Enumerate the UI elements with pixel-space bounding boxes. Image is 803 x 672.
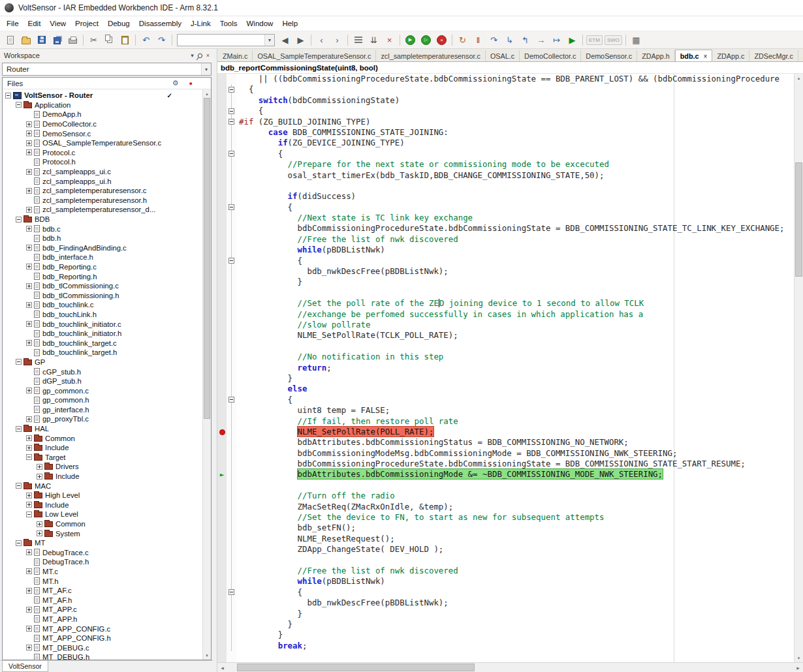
tree-item-mt-app-config-c[interactable]: MT_APP_CONFIG.c: [3, 624, 202, 634]
code-editor[interactable]: || ((bdbCommissioningProcedureState.bdbC…: [217, 74, 794, 662]
scroll-up-icon[interactable]: ▲: [795, 74, 803, 82]
menu-help[interactable]: Help: [277, 18, 302, 29]
pin-icon[interactable]: [197, 52, 203, 59]
tree-item-bdb-touchlink-c[interactable]: bdb_touchlink.c: [3, 300, 202, 310]
menu-tools[interactable]: Tools: [215, 18, 242, 29]
expand-icon[interactable]: [26, 264, 32, 269]
code-line[interactable]: ZMacSetReq(ZMacRxOnIdle, &temp);: [217, 502, 794, 512]
breakpoint-margin[interactable]: [217, 566, 227, 576]
breakpoint-margin[interactable]: [217, 373, 227, 384]
breakpoint-margin[interactable]: [217, 320, 227, 330]
breakpoint-margin[interactable]: [217, 662, 227, 662]
breakpoint-margin[interactable]: [217, 84, 227, 95]
expand-icon[interactable]: [26, 588, 32, 594]
code-line[interactable]: bdbCommissioningModeMsg.bdbCommissioning…: [217, 448, 794, 459]
etm-trace-button[interactable]: ETM: [586, 35, 603, 45]
tree-item-osal-sampletemperaturesensor-c[interactable]: OSAL_SampleTemperatureSensor.c: [3, 138, 202, 148]
code-line[interactable]: NLME_SetPollRate(POLL_RATE);: [217, 427, 794, 437]
run-to-cursor-button[interactable]: ↦: [549, 33, 564, 47]
scrollbar-thumb[interactable]: [237, 664, 475, 671]
code-line[interactable]: NLME_ResetRequest();: [217, 534, 794, 544]
scrollbar-track[interactable]: [203, 98, 211, 651]
breakpoint-margin[interactable]: [217, 213, 227, 223]
tree-item-high-level[interactable]: High Level: [3, 491, 202, 500]
collapse-icon[interactable]: [16, 483, 22, 489]
breakpoint-margin[interactable]: [217, 619, 227, 630]
save-all-button[interactable]: [50, 33, 65, 47]
code-line[interactable]: while(pBDBListNwk): [217, 245, 794, 255]
tree-item-dgp-stub-h[interactable]: dGP_stub.h: [3, 376, 202, 386]
code-line[interactable]: {: [217, 256, 794, 266]
scroll-up-icon[interactable]: ▲: [203, 89, 211, 98]
menu-project[interactable]: Project: [71, 18, 103, 29]
breakpoint-margin[interactable]: [217, 341, 227, 352]
code-line[interactable]: {: [217, 202, 794, 213]
reset-button[interactable]: ↻: [455, 33, 470, 47]
code-line[interactable]: {: [217, 149, 794, 159]
code-line[interactable]: {: [217, 106, 794, 116]
breakpoint-margin[interactable]: [217, 298, 227, 309]
expand-icon[interactable]: [37, 530, 42, 536]
breakpoint-margin[interactable]: [217, 609, 227, 619]
expand-icon[interactable]: [26, 416, 32, 422]
collapse-icon[interactable]: [5, 93, 11, 99]
code-line[interactable]: uint8 temp = FALSE;: [217, 405, 794, 416]
code-line[interactable]: ► bdbAttributes.bdbCommissioningMode &= …: [217, 469, 794, 480]
code-line[interactable]: [217, 651, 794, 662]
menu-window[interactable]: Window: [242, 18, 278, 29]
breakpoint-margin[interactable]: [217, 95, 227, 106]
menu-edit[interactable]: Edit: [24, 18, 46, 29]
tab-democollector-c[interactable]: DemoCollector.c: [520, 50, 581, 61]
tree-item-mt-af-c[interactable]: MT_AF.c: [3, 586, 202, 596]
breakpoint-margin[interactable]: [217, 576, 227, 587]
tree-item-bdb-touchlink-initiator-h[interactable]: bdb_touchlink_initiator.h: [3, 329, 202, 339]
expand-icon[interactable]: [26, 493, 32, 498]
tree-item-demosensor-c[interactable]: DemoSensor.c: [3, 129, 202, 138]
fold-collapse-icon[interactable]: [228, 108, 234, 114]
expand-icon[interactable]: [26, 340, 32, 346]
tree-item-system[interactable]: System: [3, 528, 202, 538]
breakpoint-margin[interactable]: [217, 245, 227, 255]
tree-item-bdb-touchlink-initiator-c[interactable]: bdb_touchlink_initiator.c: [3, 319, 202, 329]
breakpoint-margin[interactable]: [217, 149, 227, 159]
breakpoint-margin[interactable]: [217, 363, 227, 373]
breakpoint-margin[interactable]: [217, 512, 227, 523]
scroll-down-icon[interactable]: ▼: [203, 651, 211, 660]
expand-icon[interactable]: [26, 435, 32, 441]
fold-collapse-icon[interactable]: [228, 204, 234, 210]
expand-icon[interactable]: [26, 121, 32, 127]
code-line[interactable]: else: [217, 384, 794, 394]
fold-collapse-icon[interactable]: [228, 397, 234, 403]
scroll-down-icon[interactable]: ▼: [795, 654, 803, 662]
tree-item-mt-debug-h[interactable]: MT_DEBUG.h: [3, 652, 202, 660]
tree-item-low-level[interactable]: Low Level: [3, 510, 202, 519]
code-line[interactable]: || ((bdbCommissioningProcedureState.bdbC…: [217, 74, 794, 84]
copy-button[interactable]: [102, 33, 117, 47]
code-line[interactable]: case BDB_COMMISSIONING_STATE_TC_LINK_KEY…: [217, 662, 794, 662]
tree-item-demoapp-h[interactable]: DemoApp.h: [3, 110, 202, 119]
tree-item-mac[interactable]: MAC: [3, 481, 202, 491]
scrollbar-thumb[interactable]: [795, 162, 802, 277]
find-next-button[interactable]: ▶: [293, 33, 308, 47]
tab-zglobals-c[interactable]: ZGlobals.c: [798, 50, 803, 61]
breakpoint-margin[interactable]: [217, 170, 227, 181]
navigate-forward-button[interactable]: ›: [330, 33, 345, 47]
tree-item-zcl-sampletemperaturesensor-h[interactable]: zcl_sampletemperaturesensor.h: [3, 196, 202, 206]
download-and-debug-button[interactable]: ▶: [403, 33, 418, 47]
stop-debug-session-button[interactable]: ×: [434, 33, 449, 47]
swo-trace-button[interactable]: SWO: [605, 35, 622, 45]
code-line[interactable]: bdb_nwkDescFree(pBDBListNwk);: [217, 598, 794, 608]
tab-zmain-c[interactable]: ZMain.c: [218, 50, 253, 61]
scrollbar-track[interactable]: [227, 663, 793, 672]
code-line[interactable]: if(ZG_DEVICE_JOINING_TYPE): [217, 138, 794, 148]
breakpoint-margin[interactable]: [217, 256, 227, 266]
breakpoint-margin[interactable]: [217, 544, 227, 555]
chevron-down-icon[interactable]: ▾: [264, 35, 274, 46]
tree-item-bdb-tlcommissioning-c[interactable]: bdb_tlCommissioning.c: [3, 281, 202, 291]
close-icon[interactable]: ×: [704, 53, 708, 60]
collapse-icon[interactable]: [16, 217, 22, 222]
tree-item-bdb-touchlink-h[interactable]: bdb_touchLink.h: [3, 310, 202, 320]
breakpoint-margin[interactable]: [217, 437, 227, 448]
code-line[interactable]: [217, 288, 794, 298]
fold-collapse-icon[interactable]: [228, 151, 234, 157]
